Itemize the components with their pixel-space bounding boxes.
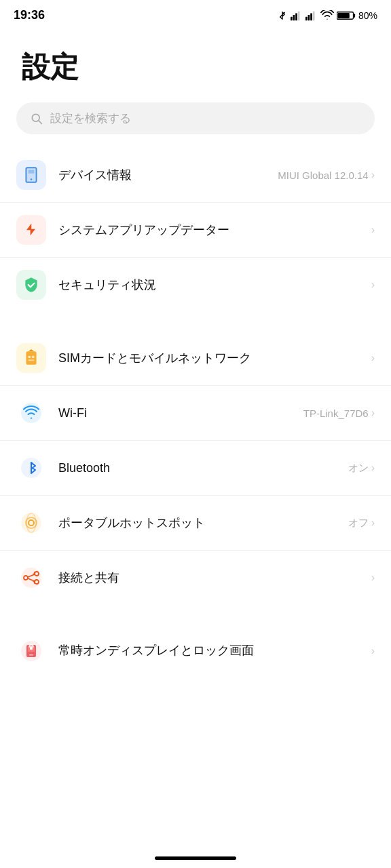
svg-rect-5 (308, 15, 310, 20)
wifi-subtitle: TP-Link_77D6 (303, 408, 369, 419)
section-display: 常時オンディスプレイとロック画面 › (0, 624, 391, 678)
bluetooth-chevron: › (371, 462, 375, 474)
list-item-bluetooth[interactable]: Bluetooth オン › (0, 441, 391, 496)
list-item-wifi[interactable]: Wi-Fi TP-Link_77D6 › (0, 386, 391, 441)
hotspot-subtitle: オフ (348, 517, 369, 530)
page-title: 設定 (22, 48, 369, 86)
svg-rect-32 (29, 654, 33, 656)
section-gap-1 (0, 312, 391, 331)
signal2-icon (305, 10, 318, 21)
sim-icon (16, 343, 46, 373)
list-item-connection[interactable]: 接続と共有 › (0, 551, 391, 605)
svg-rect-6 (310, 13, 312, 20)
search-container: 設定を検索する (0, 97, 391, 148)
bottom-nav-indicator (155, 856, 236, 860)
battery-icon (337, 10, 356, 21)
search-icon (30, 112, 43, 125)
wifi-chevron: › (371, 407, 375, 419)
always-on-content: 常時オンディスプレイとロック画面 (58, 642, 371, 659)
hotspot-icon (16, 508, 46, 538)
connection-icon (16, 563, 46, 593)
app-updater-right: › (371, 224, 375, 236)
list-item-always-on-display[interactable]: 常時オンディスプレイとロック画面 › (0, 624, 391, 678)
wifi-title: Wi-Fi (58, 406, 303, 420)
security-title: セキュリティ状況 (58, 277, 371, 293)
app-updater-chevron: › (371, 224, 375, 236)
svg-rect-16 (29, 356, 31, 358)
app-updater-title: システムアプリアップデーター (58, 222, 371, 238)
bluetooth-icon (16, 453, 46, 483)
bluetooth-title: Bluetooth (58, 461, 348, 475)
wifi-icon (16, 398, 46, 428)
wifi-right: TP-Link_77D6 › (303, 407, 375, 419)
bluetooth-status-icon (277, 10, 288, 21)
display-icon (16, 636, 46, 666)
sim-title: SIMカードとモバイルネットワーク (58, 350, 371, 366)
svg-rect-1 (293, 15, 295, 20)
section-network: SIMカードとモバイルネットワーク › Wi-Fi TP-Link_77D6 › (0, 331, 391, 605)
list-item-app-updater[interactable]: システムアプリアップデーター › (0, 203, 391, 258)
device-info-right: MIUI Global 12.0.14 › (278, 169, 375, 181)
hotspot-title: ポータブルホットスポット (58, 515, 348, 531)
svg-rect-10 (337, 13, 350, 18)
wifi-status-icon (320, 10, 334, 21)
hotspot-chevron: › (371, 517, 375, 529)
device-info-icon (16, 160, 46, 190)
search-placeholder: 設定を検索する (50, 111, 131, 126)
sim-right: › (371, 352, 375, 364)
svg-rect-17 (32, 356, 34, 358)
status-bar: 19:36 (0, 0, 391, 28)
always-on-chevron: › (371, 645, 375, 657)
sim-content: SIMカードとモバイルネットワーク (58, 350, 371, 366)
security-content: セキュリティ状況 (58, 277, 371, 293)
always-on-right: › (371, 645, 375, 657)
svg-rect-33 (30, 646, 33, 650)
section-gap-2 (0, 605, 391, 624)
device-info-chevron: › (371, 169, 375, 181)
app-updater-content: システムアプリアップデーター (58, 222, 371, 238)
connection-right: › (371, 572, 375, 584)
device-info-content: デバイス情報 (58, 167, 278, 183)
always-on-title: 常時オンディスプレイとロック画面 (58, 642, 371, 659)
svg-rect-18 (29, 359, 35, 361)
connection-content: 接続と共有 (58, 570, 371, 586)
search-bar[interactable]: 設定を検索する (16, 102, 375, 134)
svg-rect-4 (305, 16, 308, 20)
device-info-subtitle: MIUI Global 12.0.14 (278, 170, 368, 181)
status-icons: 80% (277, 10, 377, 21)
security-chevron: › (371, 279, 375, 291)
sim-chevron: › (371, 352, 375, 364)
battery-text: 80% (358, 10, 377, 21)
bluetooth-subtitle: オン (348, 462, 369, 475)
svg-point-21 (21, 513, 41, 533)
list-item-hotspot[interactable]: ポータブルホットスポット オフ › (0, 496, 391, 551)
svg-rect-7 (313, 11, 315, 20)
svg-rect-2 (295, 13, 297, 20)
svg-rect-15 (26, 351, 36, 365)
device-info-title: デバイス情報 (58, 167, 278, 183)
page-header: 設定 (0, 28, 391, 97)
security-right: › (371, 279, 375, 291)
signal1-icon (291, 10, 303, 21)
svg-point-14 (31, 178, 33, 180)
hotspot-content: ポータブルホットスポット (58, 515, 348, 531)
security-icon (16, 270, 46, 300)
svg-rect-0 (291, 16, 293, 20)
connection-title: 接続と共有 (58, 570, 371, 586)
svg-rect-3 (298, 11, 300, 20)
section-top: デバイス情報 MIUI Global 12.0.14 › システムアプリアップデ… (0, 148, 391, 312)
connection-chevron: › (371, 572, 375, 584)
list-item-device-info[interactable]: デバイス情報 MIUI Global 12.0.14 › (0, 148, 391, 203)
bluetooth-right: オン › (348, 462, 375, 475)
hotspot-right: オフ › (348, 517, 375, 530)
svg-rect-9 (353, 14, 355, 17)
list-item-sim[interactable]: SIMカードとモバイルネットワーク › (0, 331, 391, 386)
list-item-security[interactable]: セキュリティ状況 › (0, 258, 391, 312)
status-time: 19:36 (14, 8, 45, 22)
wifi-content: Wi-Fi (58, 406, 303, 420)
app-updater-icon (16, 215, 46, 245)
svg-rect-13 (29, 170, 35, 173)
bluetooth-content: Bluetooth (58, 461, 348, 475)
